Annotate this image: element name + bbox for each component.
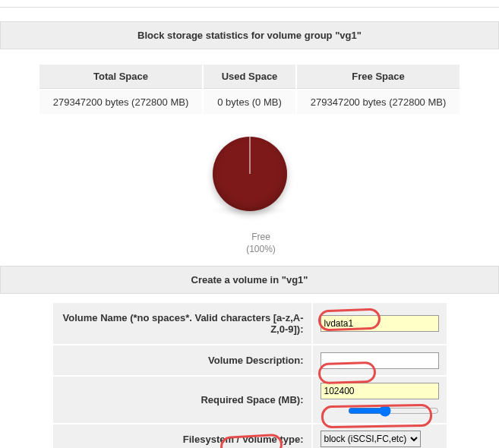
table-row: 279347200 bytes (272800 MB) 0 bytes (0 M… <box>39 90 460 114</box>
pie-chart: Free (100%) <box>0 137 499 255</box>
table-header-row: Total Space Used Space Free Space <box>39 65 460 89</box>
cell-used: 0 bytes (0 MB) <box>204 90 295 114</box>
label-required-space: Required Space (MB): <box>53 377 311 423</box>
legend-pct: (100%) <box>246 244 276 254</box>
pie-legend: Free (100%) <box>0 232 499 255</box>
required-space-input[interactable] <box>321 383 439 399</box>
label-volume-name: Volume Name (*no spaces*. Valid characte… <box>53 303 311 344</box>
space-slider[interactable] <box>348 405 439 417</box>
volume-desc-input[interactable] <box>321 352 439 369</box>
legend-label: Free <box>251 232 270 242</box>
create-header: Create a volume in "vg1" <box>0 266 499 294</box>
stats-table: Total Space Used Space Free Space 279347… <box>38 63 462 115</box>
cell-free: 279347200 bytes (272800 MB) <box>297 90 460 114</box>
col-free: Free Space <box>297 65 460 89</box>
pie-slice-free <box>213 137 287 211</box>
create-form: Volume Name (*no spaces*. Valid characte… <box>52 301 448 448</box>
stats-header: Block storage statistics for volume grou… <box>0 21 499 49</box>
top-divider <box>0 0 499 8</box>
cell-total: 279347200 bytes (272800 MB) <box>39 90 203 114</box>
col-total: Total Space <box>39 65 203 89</box>
label-volume-desc: Volume Description: <box>53 345 311 375</box>
col-used: Used Space <box>204 65 295 89</box>
fs-type-select[interactable]: block (iSCSI,FC,etc) <box>321 431 421 447</box>
label-fs-type: Filesystem / Volume type: <box>53 424 311 448</box>
volume-name-input[interactable] <box>321 315 439 332</box>
